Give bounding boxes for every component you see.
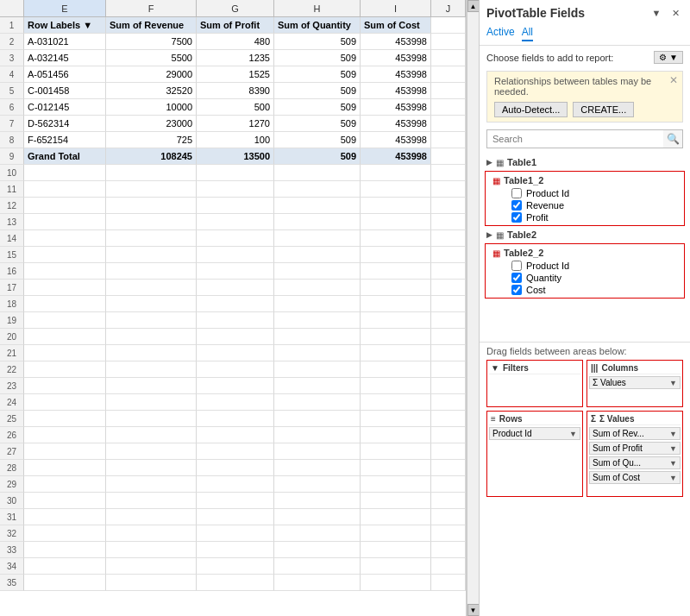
- empty-j-26[interactable]: [431, 427, 466, 443]
- empty-i-12[interactable]: [361, 198, 431, 214]
- empty-g-15[interactable]: [197, 247, 274, 263]
- empty-i-10[interactable]: [361, 165, 431, 181]
- table1-header[interactable]: ▶ ▦ Table1: [480, 155, 690, 169]
- empty-i-28[interactable]: [361, 460, 431, 476]
- pivot-row-labels-header[interactable]: Row Labels ▼: [24, 17, 106, 34]
- empty-f-34[interactable]: [106, 558, 197, 575]
- empty-i-18[interactable]: [361, 296, 431, 312]
- empty-g-14[interactable]: [197, 230, 274, 247]
- empty-i-30[interactable]: [361, 493, 431, 509]
- create-button[interactable]: CREATE...: [573, 102, 634, 117]
- empty-j-32[interactable]: [431, 525, 466, 542]
- col-header-g[interactable]: G: [197, 0, 274, 16]
- empty-e-33[interactable]: [24, 542, 106, 558]
- empty-j-30[interactable]: [431, 493, 466, 509]
- empty-e-17[interactable]: [24, 280, 106, 296]
- empty-h-25[interactable]: [274, 411, 361, 427]
- empty-i-13[interactable]: [361, 214, 431, 230]
- empty-i-29[interactable]: [361, 476, 431, 493]
- empty-h-19[interactable]: [274, 312, 361, 329]
- empty-i-15[interactable]: [361, 247, 431, 263]
- values-item-3[interactable]: Sum of Cost ▼: [589, 471, 681, 484]
- empty-e-13[interactable]: [24, 214, 106, 230]
- cell-label-8[interactable]: F-652154: [24, 132, 106, 148]
- scroll-track[interactable]: [467, 12, 480, 604]
- empty-h-20[interactable]: [274, 329, 361, 345]
- empty-h-27[interactable]: [274, 443, 361, 460]
- checkbox-cost[interactable]: [511, 285, 522, 295]
- empty-g-24[interactable]: [197, 394, 274, 411]
- checkbox-revenue[interactable]: [511, 200, 522, 211]
- pivot-close-icon[interactable]: ✕: [668, 5, 683, 21]
- empty-f-28[interactable]: [106, 460, 197, 476]
- empty-i-20[interactable]: [361, 329, 431, 345]
- empty-j-31[interactable]: [431, 509, 466, 525]
- empty-i-35[interactable]: [361, 575, 431, 591]
- values-item-2[interactable]: Sum of Qu... ▼: [589, 456, 681, 469]
- empty-h-18[interactable]: [274, 296, 361, 312]
- empty-h-34[interactable]: [274, 558, 361, 575]
- cell-label-4[interactable]: A-051456: [24, 66, 106, 83]
- values-box[interactable]: Σ Σ Values Sum of Rev... ▼ Sum of Profit…: [586, 411, 683, 497]
- col-header-e[interactable]: E: [24, 0, 106, 16]
- empty-e-27[interactable]: [24, 443, 106, 460]
- empty-h-35[interactable]: [274, 575, 361, 591]
- rows-product-id-item[interactable]: Product Id ▼: [489, 427, 580, 440]
- empty-f-25[interactable]: [106, 411, 197, 427]
- empty-i-32[interactable]: [361, 525, 431, 542]
- empty-h-22[interactable]: [274, 361, 361, 378]
- empty-h-26[interactable]: [274, 427, 361, 443]
- empty-j-22[interactable]: [431, 361, 466, 378]
- empty-h-33[interactable]: [274, 542, 361, 558]
- empty-e-29[interactable]: [24, 476, 106, 493]
- table2-header[interactable]: ▶ ▦ Table2: [480, 228, 690, 242]
- empty-g-28[interactable]: [197, 460, 274, 476]
- empty-g-18[interactable]: [197, 296, 274, 312]
- cell-label-3[interactable]: A-032145: [24, 50, 106, 66]
- empty-g-25[interactable]: [197, 411, 274, 427]
- empty-i-27[interactable]: [361, 443, 431, 460]
- empty-i-14[interactable]: [361, 230, 431, 247]
- empty-e-18[interactable]: [24, 296, 106, 312]
- empty-g-32[interactable]: [197, 525, 274, 542]
- empty-i-34[interactable]: [361, 558, 431, 575]
- empty-g-11[interactable]: [197, 181, 274, 198]
- table2-2-header[interactable]: ▦ Table2_2: [486, 246, 684, 260]
- empty-g-16[interactable]: [197, 263, 274, 280]
- empty-f-13[interactable]: [106, 214, 197, 230]
- empty-i-24[interactable]: [361, 394, 431, 411]
- empty-f-29[interactable]: [106, 476, 197, 493]
- checkbox-profit[interactable]: [511, 212, 522, 223]
- empty-g-12[interactable]: [197, 198, 274, 214]
- empty-f-12[interactable]: [106, 198, 197, 214]
- tab-active[interactable]: Active: [486, 26, 515, 41]
- empty-f-24[interactable]: [106, 394, 197, 411]
- empty-e-14[interactable]: [24, 230, 106, 247]
- empty-h-16[interactable]: [274, 263, 361, 280]
- empty-f-23[interactable]: [106, 378, 197, 394]
- empty-f-35[interactable]: [106, 575, 197, 591]
- empty-e-21[interactable]: [24, 345, 106, 361]
- empty-f-10[interactable]: [106, 165, 197, 181]
- search-box[interactable]: 🔍: [486, 129, 683, 148]
- empty-h-28[interactable]: [274, 460, 361, 476]
- cell-label-5[interactable]: C-001458: [24, 83, 106, 99]
- empty-j-14[interactable]: [431, 230, 466, 247]
- columns-values-item[interactable]: Σ Values ▼: [589, 376, 681, 389]
- empty-f-19[interactable]: [106, 312, 197, 329]
- empty-g-31[interactable]: [197, 509, 274, 525]
- empty-e-20[interactable]: [24, 329, 106, 345]
- empty-j-18[interactable]: [431, 296, 466, 312]
- values-item-1[interactable]: Sum of Profit ▼: [589, 442, 681, 455]
- empty-e-25[interactable]: [24, 411, 106, 427]
- checkbox-quantity[interactable]: [511, 273, 522, 283]
- empty-f-17[interactable]: [106, 280, 197, 296]
- empty-g-30[interactable]: [197, 493, 274, 509]
- col-header-h[interactable]: H: [274, 0, 361, 16]
- empty-e-24[interactable]: [24, 394, 106, 411]
- empty-g-13[interactable]: [197, 214, 274, 230]
- empty-g-26[interactable]: [197, 427, 274, 443]
- empty-f-31[interactable]: [106, 509, 197, 525]
- empty-f-27[interactable]: [106, 443, 197, 460]
- empty-j-15[interactable]: [431, 247, 466, 263]
